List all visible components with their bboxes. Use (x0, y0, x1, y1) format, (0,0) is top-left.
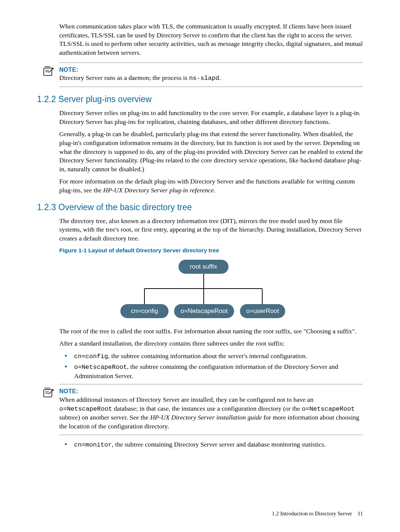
note-text: When additional instances of Directory S… (59, 395, 363, 431)
p-123-2-pre: The root of the tree is called the root … (59, 327, 303, 335)
node-root: root suffix (179, 260, 229, 274)
p-122-2: Generally, a plug-in can be disabled, pa… (59, 130, 363, 174)
heading-1-2-3: 1.2.3 Overview of the basic directory tr… (37, 202, 363, 213)
node-child-2: o=userRoot (240, 304, 285, 319)
list-item: o=NetscapeRoot, the subtree containing t… (59, 363, 363, 381)
li-text: , the subtree containing information abo… (108, 352, 307, 360)
p-123-2-link[interactable]: "Choosing a suffix" (303, 327, 354, 335)
li-text: , the subtree containing Directory Serve… (112, 441, 326, 448)
note-label: NOTE: (59, 387, 363, 395)
note-icon (42, 65, 54, 80)
directory-tree-diagram: root suffix cn=config o=NetscapeRoot o=u… (59, 259, 348, 322)
intro-paragraph: When communication takes place with TLS,… (59, 22, 363, 57)
p-123-3: After a standard installation, the direc… (59, 339, 363, 348)
list-item: cn=monitor, the subtree containing Direc… (59, 440, 363, 449)
bullet-list-1: cn=config, the subtree containing inform… (59, 352, 363, 381)
note-label: NOTE: (59, 66, 363, 74)
n2-t2: database; in that case, the instances us… (112, 405, 302, 412)
n2-c1: o=NetscapeRoot (59, 405, 112, 413)
note-icon (42, 387, 54, 401)
note1-post: . (219, 74, 221, 81)
note-2: NOTE: When additional instances of Direc… (59, 384, 363, 435)
p-122-3-post: . (214, 186, 215, 194)
li-code: cn=config (74, 353, 108, 360)
n2-t3: subtree) on another server. See the (59, 414, 150, 421)
note1-code: ns-slapd (189, 75, 219, 82)
p-122-3: For more information on the default plug… (59, 177, 363, 195)
node-child-0: cn=config (120, 304, 169, 319)
p-123-2: The root of the tree is called the root … (59, 327, 363, 336)
p-122-3-ital: HP-UX Directory Server plug-in reference (103, 186, 214, 194)
note-text: Directory Server runs as a daemon; the p… (59, 74, 363, 83)
p-122-1: Directory Server relies on plug-ins to a… (59, 109, 363, 126)
bullet-list-2: cn=monitor, the subtree containing Direc… (59, 440, 363, 449)
node-child-1: o=NetscapeRoot (174, 304, 234, 319)
list-item: cn=config, the subtree containing inform… (59, 352, 363, 361)
p-123-2-post: . (355, 327, 356, 335)
figure-caption: Figure 1-1 Layout of default Directory S… (59, 247, 363, 255)
li-code: o=NetscapeRoot (74, 364, 127, 371)
note1-pre: Directory Server runs as a daemon; the p… (59, 74, 189, 81)
li-code: cn=monitor (74, 441, 112, 448)
n2-c2: o=NetscapeRoot (302, 405, 355, 413)
p-123-1: The directory tree, also known as a dire… (59, 217, 363, 243)
n2-ital: HP-UX Directory Server installation guid… (150, 414, 262, 421)
note-1: NOTE: Directory Server runs as a daemon;… (59, 63, 363, 87)
n2-t1: When additional instances of Directory S… (59, 396, 313, 403)
heading-1-2-2: 1.2.2 Server plug-ins overview (37, 94, 363, 105)
